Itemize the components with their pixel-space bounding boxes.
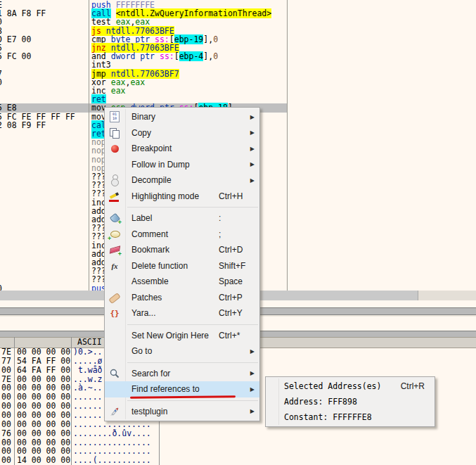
- dump-byte-col1: 00: [1, 366, 11, 375]
- dump-ascii: )0.>..: [73, 348, 103, 357]
- menu-item-label: testplugin: [131, 407, 167, 416]
- comment-icon: +: [108, 229, 121, 240]
- search-icon: [108, 368, 121, 379]
- menu-item-shortcut: :: [219, 213, 221, 223]
- copy-icon: [108, 127, 121, 139]
- menu-item-follow-in-dump[interactable]: Follow in Dump▶: [105, 157, 259, 173]
- menu-item-label: Find references to: [131, 384, 200, 394]
- menu-item-shortcut: Ctrl+*: [219, 331, 240, 340]
- dump-ascii: ......: [73, 402, 103, 411]
- menu-item-shortcut: Ctrl+D: [219, 245, 243, 255]
- submenu-arrow-icon: ▶: [250, 161, 255, 167]
- bytes-column-separator: [89, 0, 89, 291]
- label-icon: +: [108, 212, 121, 224]
- disasm-row[interactable]: inc eax: [0, 87, 287, 95]
- menu-item-label[interactable]: +Label:: [105, 210, 259, 227]
- dump-byte-col2: 00 00 00 00: [17, 411, 70, 420]
- disasm-row[interactable]: int3: [0, 60, 287, 69]
- dump-byte-col1: 00: [1, 402, 11, 411]
- disasm-row-bytes: 0: [0, 284, 2, 291]
- menu-separator: [127, 207, 258, 208]
- menu-item-breakpoint[interactable]: Breakpoint▶: [105, 141, 259, 157]
- menu-item-copy[interactable]: Copy▶: [105, 125, 259, 141]
- menu-item-delete-function[interactable]: fxDelete functionShift+F: [105, 258, 259, 274]
- snowman-icon: [108, 174, 121, 186]
- dump-ascii: .....ø: [73, 357, 103, 366]
- menu-item-label: Decompile: [131, 175, 172, 185]
- disasm-row-bytes: 5 FC FE FF FF FF: [0, 113, 75, 121]
- submenu-item-constant-ffffffe8[interactable]: Constant: FFFFFFE8: [266, 409, 435, 425]
- menu-item-yara[interactable]: {}Yara...Ctrl+Y: [105, 305, 259, 321]
- disasm-row-bytes: 0: [0, 18, 2, 26]
- highlight-icon: [108, 191, 121, 202]
- dump-byte-col2: 54 FA FF 00: [17, 357, 70, 366]
- menu-item-set-new-origin-here[interactable]: Set New Origin HereCtrl+*: [105, 328, 259, 344]
- submenu-item-selected-address-es[interactable]: Selected Address(es)Ctrl+R: [266, 378, 435, 394]
- context-menu-items: 0110Binary▶Copy▶Breakpoint▶Follow in Dum…: [105, 109, 259, 419]
- binary-icon: 0110: [108, 111, 121, 122]
- menu-separator: [127, 400, 258, 401]
- patch-icon: [108, 292, 121, 303]
- dump-byte-col1: 00: [1, 411, 11, 420]
- menu-item-label: Label: [131, 213, 152, 223]
- dump-ascii: ........ð.ûv....: [73, 429, 151, 438]
- menu-item-label: Delete function: [131, 261, 188, 271]
- menu-item-label: Go to: [131, 346, 152, 356]
- menu-item-shortcut: Ctrl+Y: [219, 308, 243, 318]
- dump-byte-col2: 14 00 00 00: [17, 456, 70, 465]
- disasm-row-bytes: 8: [0, 27, 2, 35]
- dump-byte-col2: 00 00 00 00: [17, 420, 70, 429]
- menu-item-shortcut: Ctrl+H: [219, 191, 243, 201]
- disasm-row[interactable]: 0xor eax,eax: [0, 78, 287, 87]
- disasm-row-instruction: int3: [91, 60, 111, 69]
- menu-item-bookmark[interactable]: +BookmarkCtrl+D: [105, 242, 259, 258]
- submenu-item-address-fff898[interactable]: Address: FFF898: [266, 394, 435, 409]
- menu-item-decompile[interactable]: Decompile▶: [105, 172, 259, 189]
- dump-byte-col2: 00 00 00 00: [17, 402, 70, 411]
- menu-item-testplugin[interactable]: testplugin▶: [105, 404, 259, 420]
- menu-item-label: Bookmark: [131, 245, 169, 255]
- menu-item-label: Set New Origin Here: [131, 331, 209, 340]
- disasm-row-bytes: 5 FC 00: [0, 52, 31, 60]
- menu-item-highlighting-mode[interactable]: Highlighting modeCtrl+H: [105, 189, 259, 205]
- menu-item-label: Breakpoint: [131, 144, 172, 153]
- yara-icon: {}: [108, 307, 121, 319]
- menu-item-label: Yara...: [131, 308, 155, 318]
- breakpoint-icon: [108, 143, 121, 154]
- dump-byte-col1: 77: [1, 357, 11, 366]
- menu-item-assemble[interactable]: AssembleSpace: [105, 274, 259, 290]
- menu-item-label: Patches: [131, 293, 162, 302]
- dump-ascii: ....(...........: [73, 456, 151, 465]
- menu-item-shortcut: ;: [219, 229, 221, 239]
- ascii-column-header: ASCII: [77, 338, 102, 347]
- menu-separator: [127, 362, 258, 363]
- menu-item-label: Follow in Dump: [131, 160, 190, 170]
- menu-item-label: Assemble: [131, 276, 169, 286]
- menu-item-go-to[interactable]: Go to▶: [105, 343, 259, 359]
- disassembly-right-separator: [287, 0, 288, 291]
- submenu-item-shortcut: Ctrl+R: [401, 381, 425, 391]
- menu-item-search-for[interactable]: Search for▶: [105, 366, 259, 382]
- bookmark-icon: +: [108, 244, 121, 255]
- menu-item-label: Search for: [131, 369, 170, 378]
- submenu-arrow-icon: ▶: [250, 177, 255, 184]
- menu-item-shortcut: Space: [219, 276, 243, 286]
- disasm-row-bytes: 0: [0, 78, 2, 87]
- disasm-row-bytes: 7: [0, 70, 2, 78]
- menu-item-label: Comment: [131, 229, 168, 239]
- menu-item-binary[interactable]: 0110Binary▶: [105, 109, 259, 125]
- submenu-arrow-icon: ▶: [250, 386, 255, 393]
- menu-item-find-references-to[interactable]: Find references to▶: [105, 381, 259, 397]
- dump-byte-col1: 76: [1, 429, 11, 438]
- dump-byte-col2: 00 00 00 00: [17, 348, 70, 357]
- disasm-row[interactable]: 5 FC 00and dword ptr ss:[ebp-4],0: [0, 52, 287, 60]
- menu-item-shortcut: Shift+F: [219, 261, 245, 271]
- dump-column-separator: [71, 337, 72, 465]
- menu-item-label: Highlighting mode: [131, 191, 199, 201]
- disasm-row[interactable]: 0test eax,eax: [0, 18, 287, 26]
- menu-item-patches[interactable]: PatchesCtrl+P: [105, 290, 259, 306]
- find-references-submenu: Selected Address(es)Ctrl+RAddress: FFF89…: [265, 376, 435, 427]
- disasm-row-bytes: 5 E8: [0, 103, 17, 112]
- menu-item-comment[interactable]: +Comment;: [105, 227, 259, 243]
- menu-separator: [127, 324, 258, 325]
